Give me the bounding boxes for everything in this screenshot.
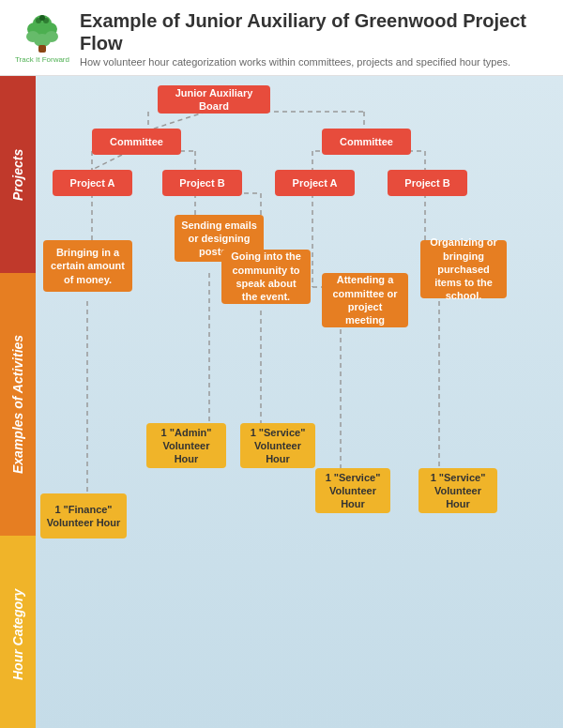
sidebar-category: Hour Category [0,536,36,728]
sidebar-activities: Examples of Activities [0,273,36,536]
page-subtitle: How volunteer hour categorization works … [80,56,549,68]
committee2-box: Committee [322,129,411,155]
sidebar-projects: Projects [0,76,36,273]
activity3-box: Going into the community to speak about … [221,250,311,304]
hour2-box: 1 "Admin" Volunteer Hour [146,423,226,468]
svg-line-11 [148,112,206,130]
hour4-box: 1 "Service" Volunteer Hour [315,468,390,513]
logo: Track It Forward [14,14,70,64]
tree-icon [20,14,65,53]
hour1-box: 1 "Finance" Volunteer Hour [40,493,127,538]
main-content: Projects Examples of Activities Hour Cat… [0,76,563,728]
project-a1-box: Project A [53,170,132,196]
project-a2-box: Project A [275,170,355,196]
svg-point-10 [39,15,45,21]
logo-text: Track It Forward [15,55,69,64]
diagram: .connector { stroke: #999; stroke-width:… [36,76,563,728]
hour5-box: 1 "Service" Volunteer Hour [418,468,497,513]
sidebar-projects-label: Projects [0,76,36,273]
board-box: Junior Auxiliary Board [158,85,270,114]
activity4-box: Attending a committee or project meeting [322,273,408,327]
hour3-box: 1 "Service" Volunteer Hour [240,423,315,468]
page-title: Example of Junior Auxiliary of Greenwood… [80,9,549,54]
project-b2-box: Project B [388,170,467,196]
activity1-box: Bringing in a certain amount of money. [43,240,132,292]
project-b1-box: Project B [162,170,242,196]
activity5-box: Organizing or bringing purchased items t… [420,240,507,298]
committee1-box: Committee [92,129,181,155]
svg-rect-7 [38,45,46,53]
sidebar-category-label: Hour Category [0,536,36,728]
svg-point-6 [34,34,51,47]
sidebar-activities-label: Examples of Activities [0,273,36,536]
sidebar: Projects Examples of Activities Hour Cat… [0,76,36,728]
header: Track It Forward Example of Junior Auxil… [0,0,563,76]
header-text-container: Example of Junior Auxiliary of Greenwood… [70,9,549,68]
